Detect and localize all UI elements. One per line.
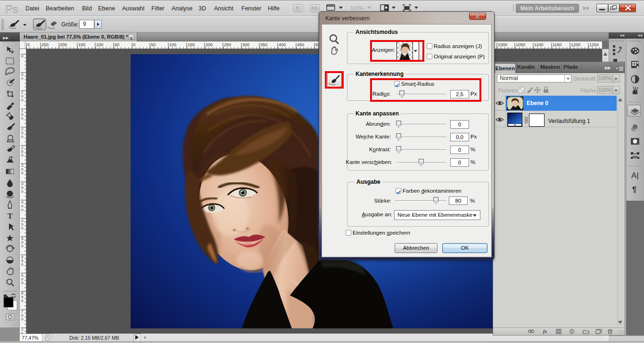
svg-text:250: 250 [41, 42, 49, 47]
svg-text:0: 0 [21, 281, 24, 285]
svg-text:0: 0 [21, 98, 24, 102]
svg-text:200: 200 [206, 42, 213, 47]
svg-text:0: 0 [21, 226, 24, 230]
svg-text:50: 50 [115, 42, 119, 47]
svg-text:150: 150 [188, 42, 195, 47]
svg-text:100%: 100% [350, 5, 363, 11]
svg-text:100: 100 [96, 42, 103, 47]
svg-text:0: 0 [21, 299, 24, 303]
svg-text:100: 100 [169, 42, 176, 47]
svg-text:A|: A| [631, 171, 639, 180]
svg-text:400: 400 [279, 42, 286, 47]
svg-text:0: 0 [21, 116, 24, 121]
svg-text:0: 0 [21, 317, 24, 321]
svg-text:450: 450 [297, 42, 304, 47]
svg-text:0: 0 [21, 153, 24, 157]
svg-text:¶: ¶ [632, 186, 636, 194]
svg-text:0: 0 [133, 42, 135, 47]
svg-text:1200: 1200 [571, 42, 580, 47]
svg-text:200: 200 [60, 42, 67, 47]
svg-text:0: 0 [21, 54, 24, 58]
svg-text:0: 0 [21, 189, 24, 194]
svg-text:150: 150 [78, 42, 85, 47]
svg-text:250: 250 [224, 42, 231, 47]
svg-text:0: 0 [21, 135, 24, 139]
svg-text:0: 0 [21, 208, 24, 212]
svg-text:1150: 1150 [553, 42, 561, 47]
svg-text:300: 300 [242, 42, 249, 47]
svg-text:350: 350 [260, 42, 267, 47]
svg-text:0: 0 [27, 42, 30, 47]
svg-text:1050: 1050 [516, 42, 525, 47]
svg-text:fx: fx [543, 329, 547, 334]
svg-text:0: 0 [21, 262, 24, 267]
svg-text:0: 0 [21, 171, 24, 175]
svg-text:1100: 1100 [534, 42, 543, 47]
svg-text:T: T [8, 212, 13, 220]
svg-text:1250: 1250 [589, 42, 599, 47]
svg-text:0: 0 [21, 244, 24, 248]
svg-text:50: 50 [151, 42, 156, 47]
svg-text:0: 0 [21, 76, 24, 81]
svg-text:1000: 1000 [498, 42, 507, 47]
